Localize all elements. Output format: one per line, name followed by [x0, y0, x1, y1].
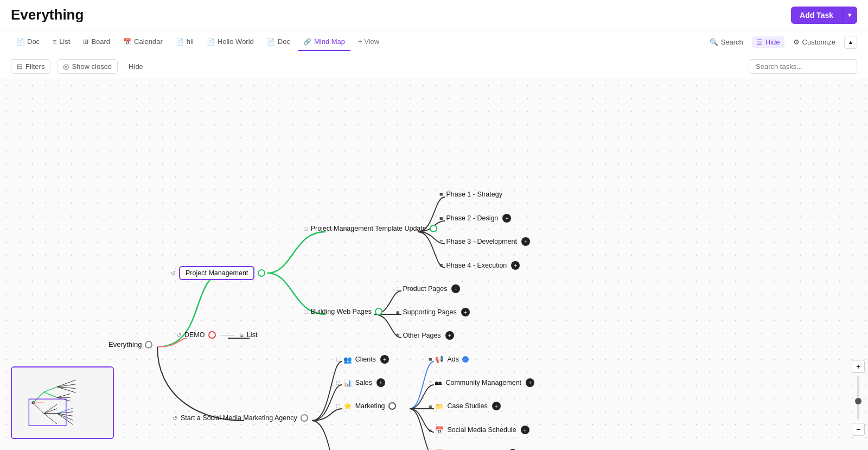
sales-node[interactable]: □ 📊 Sales + [336, 378, 385, 387]
community-emoji: 🏘 [435, 379, 442, 386]
community-mgmt-node[interactable]: ≡ 🏘 Community Management + [429, 378, 534, 387]
other-pages-node[interactable]: ≡ Other Pages + [396, 331, 454, 340]
pm-template-node[interactable]: □ Project Management Template Update [304, 225, 437, 232]
supporting-pages-label: Supporting Pages [403, 308, 456, 316]
building-web-circle[interactable] [375, 308, 382, 315]
zoom-slider-thumb[interactable] [855, 398, 861, 404]
social-schedule-node[interactable]: ≡ 📅 Social Media Schedule + [429, 426, 529, 434]
customize-icon: ⚙ [793, 38, 800, 46]
tab-add-view[interactable]: + View [353, 33, 385, 51]
svg-line-7 [57, 384, 75, 387]
supporting-pages-icon: ≡ [396, 309, 399, 315]
phase1-icon: ≡ [439, 191, 443, 198]
clients-node[interactable]: □ 👥 Clients + [336, 355, 389, 364]
hide-button[interactable]: Hide [124, 60, 148, 73]
phase2-add[interactable]: + [502, 214, 511, 223]
building-web-icon: □ [304, 308, 308, 315]
project-management-node[interactable]: ↺ Project Management [171, 266, 265, 280]
supporting-pages-add[interactable]: + [461, 308, 470, 316]
pm-icon: ↺ [171, 270, 176, 277]
sales-emoji: 📊 [343, 379, 352, 387]
case-emoji: 📁 [435, 402, 444, 410]
marketing-label: Marketing [355, 402, 385, 410]
tab-doc1[interactable]: 📄Doc [11, 33, 45, 51]
case-label: Case Studies [447, 402, 487, 410]
svg-line-5 [44, 392, 57, 397]
zoom-slider-track[interactable] [857, 376, 859, 420]
tab-hii[interactable]: 📄hii [170, 33, 199, 51]
schedule-add[interactable]: + [521, 426, 529, 434]
tab-board[interactable]: ⊞Board [78, 33, 116, 51]
building-web-node[interactable]: □ Building Web Pages [304, 308, 382, 315]
svg-line-13 [44, 404, 57, 414]
tab-doc2[interactable]: 📄Doc [261, 33, 296, 51]
pm-template-circle[interactable] [430, 225, 437, 232]
social-label: Start a Social Media Marketing Agency [181, 414, 297, 422]
list-icon: ≡ [53, 38, 56, 46]
phase1-label: Phase 1 - Strategy [446, 191, 502, 198]
phase3-add[interactable]: + [521, 237, 530, 246]
phase2-node[interactable]: ≡ Phase 2 - Design + [439, 214, 511, 223]
tabs-bar: 📄Doc ≡List ⊞Board 📅Calendar 📄hii 📄Hello … [0, 30, 868, 54]
case-studies-node[interactable]: ≡ 📁 Case Studies + [429, 402, 501, 410]
phase4-add[interactable]: + [511, 261, 520, 270]
other-pages-label: Other Pages [403, 332, 441, 339]
community-icon: ≡ [429, 379, 432, 386]
check-circle-icon: ◎ [63, 62, 69, 71]
phase3-label: Phase 3 - Development [446, 238, 517, 245]
case-add[interactable]: + [492, 402, 501, 410]
collapse-button[interactable]: ▲ [844, 36, 857, 49]
community-add[interactable]: + [526, 378, 534, 387]
add-task-button[interactable]: Add Task [791, 7, 842, 24]
mindmap-canvas[interactable]: Everything ↺ Project Management ↺ DEMO —… [0, 79, 868, 450]
customize-action[interactable]: ⚙Customize [793, 38, 835, 46]
tab-calendar[interactable]: 📅Calendar [118, 33, 168, 51]
ads-dot[interactable]: − [462, 356, 469, 363]
doc2-icon: 📄 [267, 38, 275, 46]
helloworld-icon: 📄 [207, 38, 215, 46]
tab-mindmap[interactable]: 🔗Mind Map [298, 33, 350, 51]
demo-node[interactable]: ↺ DEMO —— ≡ List [176, 331, 257, 339]
demo-list-label: List [247, 331, 257, 339]
pm-template-label: Project Management Template Update [311, 225, 426, 232]
demo-circle[interactable] [208, 331, 216, 339]
marketing-emoji: ⭐ [343, 402, 352, 410]
schedule-emoji: 📅 [435, 426, 444, 434]
show-closed-button[interactable]: ◎Show closed [57, 59, 118, 74]
project-management-box[interactable]: Project Management [179, 266, 254, 280]
pm-circle[interactable] [258, 269, 265, 277]
svg-line-4 [44, 387, 57, 392]
search-input[interactable] [749, 59, 857, 74]
add-task-group: Add Task ▾ [791, 7, 857, 24]
marketing-folder-icon: □ [336, 403, 340, 409]
tab-list[interactable]: ≡List [47, 33, 75, 51]
search-action[interactable]: 🔍Search [710, 38, 743, 46]
phase3-node[interactable]: ≡ Phase 3 - Development + [439, 237, 530, 246]
minimap-inner [12, 367, 113, 438]
supporting-pages-node[interactable]: ≡ Supporting Pages + [396, 308, 470, 316]
board-icon: ⊞ [83, 38, 88, 46]
product-pages-add[interactable]: + [451, 284, 460, 293]
zoom-in-button[interactable]: + [852, 360, 865, 373]
other-pages-add[interactable]: + [445, 331, 454, 340]
root-circle[interactable] [145, 341, 152, 348]
sales-add[interactable]: + [376, 378, 385, 387]
marketing-circle[interactable] [388, 402, 396, 410]
zoom-out-button[interactable]: − [852, 423, 865, 436]
add-task-dropdown-button[interactable]: ▾ [842, 7, 857, 24]
clients-add[interactable]: + [380, 355, 389, 364]
hide-action[interactable]: ☰Hide [752, 36, 784, 48]
root-node[interactable]: Everything [108, 340, 152, 348]
phase1-node[interactable]: ≡ Phase 1 - Strategy [439, 191, 502, 198]
filters-button[interactable]: ⊟Filters [11, 59, 50, 74]
demo-label: DEMO [184, 331, 205, 339]
tab-helloworld[interactable]: 📄Hello World [201, 33, 259, 51]
ads-node[interactable]: ≡ 📢 Ads − [429, 355, 469, 363]
sales-folder-icon: □ [336, 379, 340, 386]
social-media-node[interactable]: ↺ Start a Social Media Marketing Agency [173, 414, 308, 422]
marketing-node[interactable]: □ ⭐ Marketing [336, 402, 396, 410]
pm-template-icon: □ [304, 225, 308, 232]
phase4-node[interactable]: ≡ Phase 4 - Execution + [439, 261, 520, 270]
social-circle[interactable] [301, 414, 308, 422]
product-pages-node[interactable]: ≡ Product Pages + [396, 284, 460, 293]
